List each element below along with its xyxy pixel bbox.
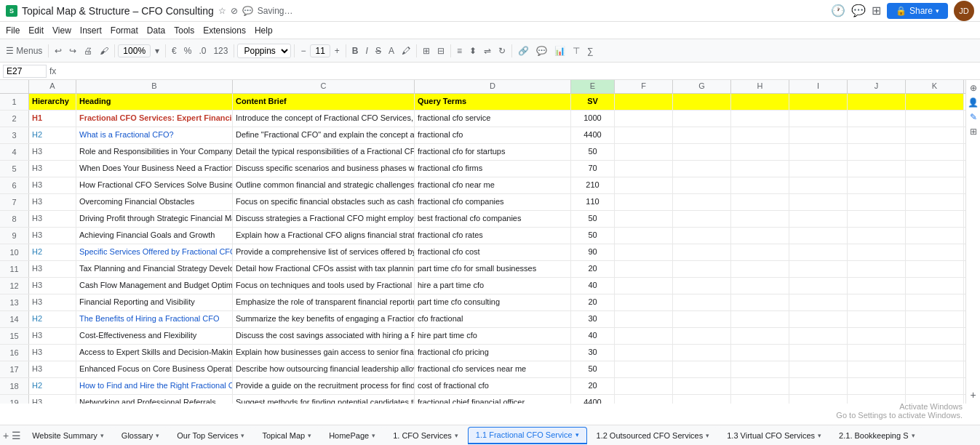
- cell-e11[interactable]: 20: [571, 261, 615, 277]
- cell-a1[interactable]: Hierarchy: [29, 94, 76, 110]
- sidebar-icon-2[interactable]: 👤: [968, 97, 979, 108]
- cell-a13[interactable]: H3: [29, 294, 76, 310]
- cell-c6[interactable]: Outline common financial and strategic c…: [233, 177, 415, 193]
- link-btn[interactable]: 🔗: [515, 44, 532, 57]
- cell-b15[interactable]: Cost-Effectiveness and Flexibility: [76, 328, 233, 344]
- bold-btn[interactable]: B: [349, 44, 362, 57]
- valign-btn[interactable]: ⬍: [466, 44, 479, 57]
- strikethrough-btn[interactable]: S: [373, 44, 384, 57]
- cell-b14[interactable]: The Benefits of Hiring a Fractional CFO: [76, 311, 233, 327]
- decrease-font-btn[interactable]: −: [298, 44, 308, 57]
- wrap-btn[interactable]: ⇌: [481, 44, 494, 57]
- font-size[interactable]: 11: [310, 44, 330, 57]
- menu-edit[interactable]: Edit: [28, 25, 44, 36]
- cell-a19[interactable]: H3: [29, 395, 76, 404]
- cell-c11[interactable]: Detail how Fractional CFOs assist with t…: [233, 261, 415, 277]
- col-header-k[interactable]: K: [906, 80, 964, 93]
- cell-b16[interactable]: Access to Expert Skills and Decision-Mak…: [76, 345, 233, 361]
- tab-topical-map[interactable]: Topical Map ▾: [254, 427, 319, 444]
- redo-btn[interactable]: ↪: [66, 44, 79, 57]
- align-btn[interactable]: ≡: [454, 44, 465, 57]
- formula-input[interactable]: [62, 65, 977, 77]
- cell-e5[interactable]: 70: [571, 161, 615, 177]
- menu-data[interactable]: Data: [147, 25, 165, 36]
- increase-font-btn[interactable]: +: [332, 44, 343, 57]
- tab-our-top-services[interactable]: Our Top Services ▾: [169, 427, 252, 444]
- screen-btn[interactable]: ⊞: [872, 4, 881, 17]
- chart-btn[interactable]: 📊: [551, 44, 568, 57]
- cell-d9[interactable]: fractional cfo rates: [415, 228, 571, 244]
- cell-d15[interactable]: hire part time cfo: [415, 328, 571, 344]
- cell-e16[interactable]: 30: [571, 345, 615, 361]
- zoom-level[interactable]: 100%: [118, 44, 151, 57]
- menu-view[interactable]: View: [52, 25, 71, 36]
- cell-a5[interactable]: H3: [29, 161, 76, 177]
- increase-decimal-btn[interactable]: 123: [210, 44, 231, 57]
- cell-a17[interactable]: H3: [29, 361, 76, 377]
- cell-b1[interactable]: Heading: [76, 94, 233, 110]
- col-header-f[interactable]: F: [615, 80, 673, 93]
- cell-d8[interactable]: best fractional cfo companies: [415, 211, 571, 227]
- sidebar-icon-3[interactable]: ✎: [970, 112, 977, 122]
- cell-b3[interactable]: What is a Fractional CFO?: [76, 127, 233, 143]
- cell-d14[interactable]: cfo fractional: [415, 311, 571, 327]
- col-header-g[interactable]: G: [673, 80, 731, 93]
- cell-e12[interactable]: 40: [571, 278, 615, 294]
- font-select[interactable]: Poppins: [237, 44, 291, 58]
- comment-toolbar-btn[interactable]: 💬: [533, 44, 550, 57]
- col-header-j[interactable]: J: [848, 80, 906, 93]
- cell-b5[interactable]: When Does Your Business Need a Fractiona…: [76, 161, 233, 177]
- cell-c15[interactable]: Discuss the cost savings associated with…: [233, 328, 415, 344]
- cell-e14[interactable]: 30: [571, 311, 615, 327]
- menus-btn[interactable]: ☰ Menus: [3, 44, 45, 57]
- cell-c8[interactable]: Discuss strategies a Fractional CFO migh…: [233, 211, 415, 227]
- cell-reference[interactable]: [3, 65, 47, 78]
- share-button[interactable]: 🔒 Share ▾: [887, 3, 948, 19]
- cell-a7[interactable]: H3: [29, 194, 76, 210]
- cell-e13[interactable]: 20: [571, 294, 615, 310]
- font-color-btn[interactable]: A: [386, 44, 397, 57]
- tab-bookkeeping[interactable]: 2.1. Bookkeeping S ▾: [831, 427, 923, 444]
- tab-website-summary[interactable]: Website Summary ▾: [24, 427, 112, 444]
- cell-b6[interactable]: How Fractional CFO Services Solve Busine…: [76, 177, 233, 193]
- cell-a16[interactable]: H3: [29, 345, 76, 361]
- cell-d11[interactable]: part time cfo for small businesses: [415, 261, 571, 277]
- tab-outsourced-cfo-services[interactable]: 1.2 Outsourced CFO Services ▾: [589, 427, 718, 444]
- cell-c16[interactable]: Explain how businesses gain access to se…: [233, 345, 415, 361]
- tab-virtual-cfo-services[interactable]: 1.3 Virtual CFO Services ▾: [719, 427, 829, 444]
- zoom-chevron[interactable]: ▾: [152, 44, 162, 57]
- border-btn[interactable]: ⊞: [420, 44, 433, 57]
- cell-b9[interactable]: Achieving Financial Goals and Growth: [76, 228, 233, 244]
- cell-d10[interactable]: fractional cfo cost: [415, 244, 571, 260]
- function-btn[interactable]: ∑: [584, 44, 597, 57]
- col-header-i[interactable]: I: [789, 80, 848, 93]
- cell-b12[interactable]: Cash Flow Management and Budget Optimiza…: [76, 278, 233, 294]
- cell-c19[interactable]: Suggest methods for finding potential ca…: [233, 395, 415, 404]
- cell-b11[interactable]: Tax Planning and Financial Strategy Deve…: [76, 261, 233, 277]
- currency-btn[interactable]: €: [169, 44, 180, 57]
- cell-e2[interactable]: 1000: [571, 111, 615, 127]
- cell-a2[interactable]: H1: [29, 111, 76, 127]
- comment-btn[interactable]: 💬: [851, 4, 866, 17]
- avatar[interactable]: JD: [954, 1, 974, 21]
- col-header-c[interactable]: C: [233, 80, 415, 93]
- cell-a14[interactable]: H2: [29, 311, 76, 327]
- cell-e9[interactable]: 50: [571, 228, 615, 244]
- paint-format-btn[interactable]: 🖌: [97, 44, 111, 57]
- cell-d2[interactable]: fractional cfo service: [415, 111, 571, 127]
- menu-insert[interactable]: Insert: [80, 25, 102, 36]
- cell-a10[interactable]: H2: [29, 244, 76, 260]
- cell-d7[interactable]: fractional cfo companies: [415, 194, 571, 210]
- menu-extensions[interactable]: Extensions: [203, 25, 246, 36]
- cell-d4[interactable]: fractional cfo for startups: [415, 144, 571, 160]
- history-btn[interactable]: 🕐: [831, 4, 845, 17]
- cell-b7[interactable]: Overcoming Financial Obstacles: [76, 194, 233, 210]
- cell-e7[interactable]: 110: [571, 194, 615, 210]
- comment-icon[interactable]: 💬: [242, 6, 253, 16]
- cell-d19[interactable]: fractional chief financial officer: [415, 395, 571, 404]
- cell-c3[interactable]: Define "Fractional CFO" and explain the …: [233, 127, 415, 143]
- tab-cfo-services[interactable]: 1. CFO Services ▾: [385, 427, 466, 444]
- cell-e15[interactable]: 40: [571, 328, 615, 344]
- add-icon[interactable]: +: [970, 389, 976, 401]
- cell-a8[interactable]: H3: [29, 211, 76, 227]
